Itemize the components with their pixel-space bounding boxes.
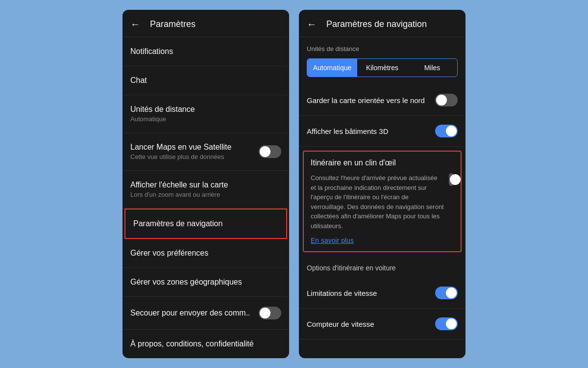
right-back-button[interactable]: ←: [307, 19, 317, 30]
left-back-button[interactable]: ←: [130, 19, 140, 30]
right-panel-content: Unités de distanceAutomatiqueKilomètresM…: [299, 37, 466, 358]
menu-item-label-9: À propos, conditions, confidentialité: [130, 340, 254, 348]
right-row-label-0: Garder la carte orientée vers le nord: [307, 96, 435, 105]
itinerary-learn-more-link[interactable]: En savoir plus: [311, 237, 444, 244]
itinerary-box-desc: Consultez l'heure d'arrivée prévue actua…: [311, 174, 444, 230]
options-section-header: Options d'itinéraire en voiture: [299, 256, 466, 278]
tab-automatique[interactable]: Automatique: [307, 59, 357, 77]
left-menu-item-2[interactable]: Unités de distanceAutomatique: [122, 95, 289, 133]
left-menu-item-7[interactable]: Gérer vos zones géographiques: [122, 268, 289, 297]
options-row-0[interactable]: Limitations de vitesse: [299, 278, 466, 309]
right-row-0[interactable]: Garder la carte orientée vers le nord: [299, 85, 466, 116]
left-panel-header: ← Paramètres: [122, 10, 289, 37]
menu-item-label-6: Gérer vos préférences: [130, 249, 208, 258]
left-panel-content: NotificationsChatUnités de distanceAutom…: [122, 37, 289, 358]
options-row-label-0: Limitations de vitesse: [307, 289, 435, 297]
left-menu-item-0[interactable]: Notifications: [122, 37, 289, 66]
itinerary-box: Itinéraire en un clin d'œilConsultez l'h…: [303, 151, 462, 252]
left-menu-item-4[interactable]: Afficher l'échelle sur la carteLors d'un…: [122, 171, 289, 209]
menu-item-sublabel-3: Cette vue utilise plus de données: [130, 153, 231, 160]
right-toggle-0[interactable]: [435, 94, 458, 106]
right-panel-header: ← Paramètres de navigation: [299, 10, 466, 37]
tab-kilomètres[interactable]: Kilomètres: [357, 59, 407, 77]
left-menu-item-3[interactable]: Lancer Maps en vue SatelliteCette vue ut…: [122, 133, 289, 171]
menu-item-label-4: Afficher l'échelle sur la carte: [130, 181, 228, 189]
left-panel: ← Paramètres NotificationsChatUnités de …: [122, 10, 289, 358]
options-row-1[interactable]: Compteur de vitesse: [299, 309, 466, 340]
menu-item-label-3: Lancer Maps en vue Satellite: [130, 143, 231, 152]
right-panel: ← Paramètres de navigation Unités de dis…: [299, 10, 466, 358]
toggle-8[interactable]: [259, 307, 281, 319]
distance-tab-group: AutomatiqueKilomètresMiles: [307, 58, 458, 77]
menu-item-label-8: Secouer pour envoyer des comm..: [130, 309, 250, 317]
left-panel-title: Paramètres: [150, 19, 196, 29]
right-toggle-1[interactable]: [435, 125, 458, 137]
right-row-label-1: Afficher les bâtiments 3D: [307, 127, 435, 135]
right-row-1[interactable]: Afficher les bâtiments 3D: [299, 116, 466, 147]
menu-item-label-1: Chat: [130, 76, 147, 85]
left-menu-item-5[interactable]: Paramètres de navigation: [124, 209, 287, 239]
itinerary-box-title: Itinéraire en un clin d'œil: [311, 158, 454, 167]
right-panel-title: Paramètres de navigation: [326, 19, 427, 29]
menu-item-label-2: Unités de distance: [130, 105, 195, 114]
left-menu-item-8[interactable]: Secouer pour envoyer des comm..: [122, 297, 289, 330]
menu-item-label-7: Gérer vos zones géographiques: [130, 278, 242, 287]
left-menu-item-1[interactable]: Chat: [122, 66, 289, 95]
left-menu-item-9[interactable]: À propos, conditions, confidentialité: [122, 330, 289, 358]
options-row-label-1: Compteur de vitesse: [307, 320, 435, 328]
options-toggle-0[interactable]: [435, 287, 458, 299]
distance-label: Unités de distance: [299, 37, 466, 56]
menu-item-sublabel-2: Automatique: [130, 115, 195, 123]
menu-item-sublabel-4: Lors d'un zoom avant ou arrière: [130, 191, 228, 198]
left-menu-item-6[interactable]: Gérer vos préférences: [122, 239, 289, 268]
menu-item-label-0: Notifications: [130, 47, 173, 56]
options-toggle-1[interactable]: [435, 317, 458, 330]
itinerary-toggle[interactable]: [449, 173, 454, 186]
menu-item-label-5: Paramètres de navigation: [133, 219, 222, 228]
tab-miles[interactable]: Miles: [407, 59, 457, 77]
toggle-3[interactable]: [259, 145, 281, 158]
